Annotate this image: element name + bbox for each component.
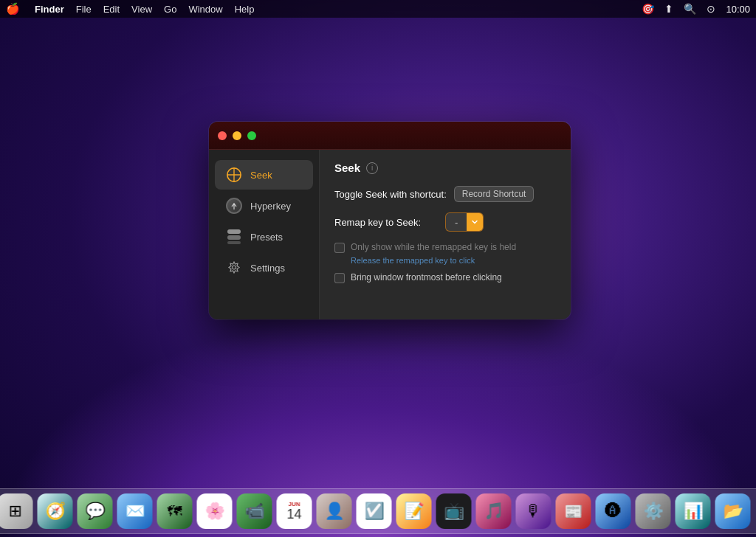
only-show-checkbox[interactable] [334,243,345,253]
sidebar-label-presets: Presets [250,232,283,243]
dock-item-airdrop[interactable]: 📂 [715,493,751,529]
bring-window-row: Bring window frontmost before clicking [334,272,556,283]
settings-icon [225,259,243,277]
dock: ⊞ 🧭 💬 ✉️ 🗺 🌸 📹 JUN 14 👤 ☑️ 📝 📺 🎵 🎙 [0,488,756,534]
dock-item-facetime[interactable]: 📹 [237,493,272,529]
dock-item-messages[interactable]: 💬 [78,493,113,529]
sidebar-label-settings: Settings [250,263,285,274]
menu-view[interactable]: View [131,4,152,15]
sidebar-item-hyperkey[interactable]: Hyperkey [215,191,313,221]
content-area: Seek i Toggle Seek with shortcut: Record… [320,150,571,319]
menu-file[interactable]: File [76,4,92,15]
sidebar-item-presets[interactable]: Presets [215,222,313,252]
window-body: Seek Hyperkey [209,150,571,319]
bring-window-label: Bring window frontmost before clicking [351,272,502,283]
dock-item-contacts[interactable]: 👤 [317,493,352,529]
presets-icon [225,228,243,246]
menu-go[interactable]: Go [164,4,176,15]
dock-item-reminders[interactable]: ☑️ [357,493,392,529]
sidebar-item-seek[interactable]: Seek [215,160,313,190]
dock-item-photos[interactable]: 🌸 [197,493,233,529]
remap-value: - [446,215,467,230]
dock-item-safari[interactable]: 🧭 [38,493,73,529]
window-titlebar [209,122,571,150]
toggle-shortcut-label: Toggle Seek with shortcut: [334,189,447,200]
dock-item-syspreferences[interactable]: ⚙️ [636,493,671,529]
seek-menubar-icon[interactable]: 🎯 [642,3,654,15]
dock-item-calendar[interactable]: JUN 14 [277,493,312,529]
dropdown-arrow-icon [467,213,483,231]
sidebar-label-hyperkey: Hyperkey [250,201,291,212]
content-title: Seek [334,162,360,174]
dock-item-mail[interactable]: ✉️ [117,493,153,529]
maximize-button[interactable] [247,131,256,140]
sidebar-label-seek: Seek [250,170,272,181]
record-shortcut-button[interactable]: Record Shortcut [454,186,535,202]
close-button[interactable] [218,131,227,140]
remap-key-row: Remap key to Seek: - [334,212,556,232]
content-header: Seek i [334,162,556,174]
minimize-button[interactable] [233,131,241,140]
bring-window-checkbox[interactable] [334,273,345,283]
remap-dropdown[interactable]: - [445,212,484,232]
dock-item-maps[interactable]: 🗺 [157,493,193,529]
menu-window[interactable]: Window [188,4,222,15]
toggle-shortcut-row: Toggle Seek with shortcut: Record Shortc… [334,186,556,202]
dock-item-appstore[interactable]: 🅐 [596,493,631,529]
dock-item-podcasts[interactable]: 🎙 [516,493,551,529]
sidebar-item-settings[interactable]: Settings [215,253,313,283]
svg-point-4 [233,266,236,269]
only-show-label: Only show while the remapped key is held [351,242,516,252]
dock-item-news[interactable]: 📰 [556,493,591,529]
dock-item-music[interactable]: 🎵 [476,493,512,529]
search-icon[interactable]: 🔍 [684,3,696,15]
only-show-row: Only show while the remapped key is held [334,242,556,253]
seek-icon [225,166,243,184]
seek-settings-window: Seek Hyperkey [209,122,571,319]
dock-item-altimeter[interactable]: 📊 [676,493,711,529]
traffic-lights [218,131,256,140]
release-label: Release the remapped key to click [351,256,556,265]
info-icon[interactable]: i [366,162,378,174]
control-center-icon[interactable]: ⊙ [707,3,715,15]
menubar: 🍎 Finder File Edit View Go Window Help 🎯… [0,0,756,18]
dock-item-launchpad[interactable]: ⊞ [0,493,33,529]
hyperkey-icon [225,197,243,215]
dock-item-notes[interactable]: 📝 [396,493,432,529]
clock: 10:00 [726,4,750,15]
menu-help[interactable]: Help [235,4,255,15]
remap-key-label: Remap key to Seek: [334,217,438,228]
dock-item-appletv[interactable]: 📺 [436,493,472,529]
sidebar: Seek Hyperkey [209,150,320,319]
apple-menu[interactable]: 🍎 [6,2,20,15]
wifi-icon[interactable]: ⬆ [664,3,673,15]
app-name[interactable]: Finder [35,4,64,15]
menu-edit[interactable]: Edit [103,4,120,15]
